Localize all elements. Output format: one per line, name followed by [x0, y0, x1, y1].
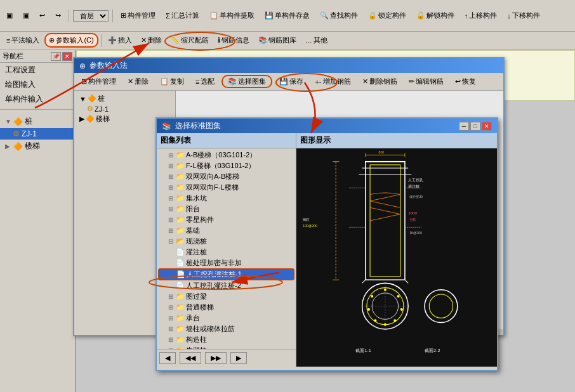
atlas-item-sump[interactable]: ⊞ 📁 集水坑: [158, 193, 294, 204]
nav-tree-pile[interactable]: ▼ 🔶 桩: [0, 115, 75, 128]
folder-open-icon: 📂: [176, 237, 185, 245]
move-up-btn[interactable]: ↑ 上移构件: [461, 9, 501, 22]
atlas-nav-prev-btn[interactable]: ◀: [159, 352, 176, 364]
rebar-lib-btn[interactable]: 📚 钢筋图库: [254, 34, 300, 47]
other-btn[interactable]: … 其他: [301, 34, 331, 47]
expand-icon: ⊞: [168, 293, 175, 300]
params-copy-btn[interactable]: 📋 复制: [155, 75, 188, 88]
svg-point-18: [400, 308, 403, 311]
atlas-item-bored-pile[interactable]: 📄 灌注桩: [158, 247, 294, 258]
svg-text:16@200: 16@200: [409, 231, 422, 235]
params-add-rebar-btn[interactable]: +- 增加钢筋: [310, 75, 355, 88]
sidebar-close-btn[interactable]: ✕: [62, 52, 72, 61]
nav-item-project-settings[interactable]: 工程设置: [0, 63, 75, 77]
quick-access-2[interactable]: ▣: [19, 10, 33, 22]
atlas-nav-first-btn[interactable]: ◀◀: [180, 352, 201, 364]
delete-btn[interactable]: ✕ 删除: [137, 34, 166, 47]
atlas-item-manual-pile-2[interactable]: 📄 人工挖孔灌注桩-2: [158, 280, 294, 291]
quick-access-1[interactable]: ▣: [3, 10, 17, 22]
atlas-close-btn[interactable]: ✕: [482, 122, 492, 131]
expand-icon: ⊞: [168, 173, 175, 180]
atlas-item-double-fl[interactable]: ⊞ 📁 双网双向F-L楼梯: [158, 182, 294, 193]
zj1-folder-icon: ⚙: [87, 105, 93, 113]
atlas-icon: 📚: [162, 122, 171, 131]
atlas-nav-last-btn[interactable]: ▶▶: [205, 352, 227, 364]
scale-btn[interactable]: 📏 缩尺配筋: [167, 34, 213, 47]
atlas-maximize-btn[interactable]: □: [470, 122, 480, 131]
redo-btn[interactable]: ↪: [51, 10, 65, 22]
toolbar-top: ▣ ▣ ↩ ↪ 首层 ⊞ 构件管理 Σ 汇总计算 📋 单构件提取 💾 单构件存盘…: [0, 0, 575, 32]
params-edit-rebar-btn[interactable]: ✏ 编辑钢筋: [404, 75, 448, 88]
nav-tree-zj1[interactable]: ⚙ ZJ-1: [0, 128, 75, 140]
svg-text:1000: 1000: [408, 211, 417, 215]
sum-calc-btn[interactable]: Σ 汇总计算: [162, 9, 203, 22]
move-down-btn[interactable]: ↓ 下移构件: [503, 9, 544, 22]
folder-icon: 📁: [176, 216, 185, 224]
stairs-folder-icon: 🔶: [86, 115, 95, 123]
extract-btn[interactable]: 📋 单构件提取: [206, 9, 258, 22]
lock-btn[interactable]: 🔒 锁定构件: [364, 9, 410, 22]
atlas-item-lintel[interactable]: ⊞ 📁 图过梁: [158, 291, 294, 302]
component-mgr-btn[interactable]: ⊞ 构件管理: [117, 9, 159, 22]
expand-stairs-icon: ▶: [5, 143, 11, 150]
atlas-item-balcony[interactable]: ⊞ 📁 阳台: [158, 204, 294, 214]
params-del-rebar-btn[interactable]: ✕ 删除钢筋: [358, 75, 402, 88]
nav-tree-stairs[interactable]: ▶ 🔶 楼梯: [0, 140, 75, 153]
atlas-item-manual-pile-1[interactable]: 📄 人工挖孔灌注桩-1: [158, 268, 294, 280]
doc-icon: 📄: [176, 282, 185, 290]
dialog-params-toolbar: ⊞ 构件管理 ✕ 册除 📋 复制 ≡ 选配 📚 选择图集 💾 保存 +- 增加钢…: [74, 73, 503, 91]
zj1-icon: ⚙: [13, 129, 20, 138]
doc-icon: 📄: [176, 248, 185, 256]
atlas-left-panel: 图集列表 ⊞ 📁 A-B楼梯（03G101-2） ⊞ 📁 F-L楼梯（03G10…: [157, 133, 296, 367]
params-delete-btn[interactable]: ✕ 册除: [123, 75, 153, 88]
atlas-nav-next-btn[interactable]: ▶: [230, 352, 247, 364]
rebar-info-btn[interactable]: ℹ 钢筋信息: [214, 34, 253, 47]
atlas-item-wall-tie[interactable]: ⊞ 📁 墙柱或砌体拉筋: [158, 323, 294, 334]
atlas-item-double-ab[interactable]: ⊞ 📁 双网双向A-B楼梯: [158, 171, 294, 182]
params-restore-btn[interactable]: ↩ 恢复: [451, 75, 480, 88]
expand-icon: ⊞: [168, 162, 175, 169]
svg-text:保护层30: 保护层30: [409, 195, 423, 199]
pingfa-btn[interactable]: ≡ 平法输入: [3, 34, 43, 47]
params-select-btn[interactable]: ≡ 选配: [191, 75, 219, 88]
svg-point-19: [393, 319, 396, 322]
params-save-btn[interactable]: 💾 保存: [275, 75, 308, 88]
atlas-item-structural-col[interactable]: ⊞ 📁 构造柱: [158, 334, 294, 345]
svg-text:100@200: 100@200: [303, 224, 317, 228]
atlas-item-foundation[interactable]: ⊞ 📁 墓础: [158, 225, 294, 236]
atlas-item-cap[interactable]: ⊞ 📁 承台: [158, 313, 294, 323]
nav-item-single-component[interactable]: 单构件输入: [0, 92, 75, 107]
divider-2: [112, 10, 113, 22]
atlas-minimize-btn[interactable]: ─: [459, 122, 469, 131]
atlas-item-pile-dense[interactable]: 📄 桩处理加密与非加: [158, 258, 294, 268]
atlas-preview-area: 人工挖孔 灌注桩 1000 钢筋 100@200 800: [296, 148, 497, 367]
sidebar-pin-btn[interactable]: 📌: [51, 52, 61, 61]
params-tree-zj1[interactable]: ⚙ ZJ-1: [77, 104, 173, 114]
toolbar-second: ≡ 平法输入 ⊕ 参数输入(C) ➕ 插入 ✕ 删除 📏 缩尺配筋 ℹ 钢筋信息…: [0, 32, 575, 49]
folder-icon: 📁: [176, 194, 185, 202]
divider-3: [101, 34, 102, 47]
floor-selector[interactable]: 首层: [73, 10, 109, 22]
folder-icon: 📁: [176, 303, 185, 311]
atlas-item-normal-stairs[interactable]: ⊞ 📁 普通楼梯: [158, 302, 294, 313]
atlas-win-controls: ─ □ ✕: [459, 122, 492, 131]
expand-icon: ⊞: [168, 206, 175, 212]
save-component-btn[interactable]: 💾 单构件存盘: [261, 9, 314, 22]
atlas-item-cast-pile[interactable]: ⊟ 📂 现浇桩: [158, 236, 294, 247]
atlas-item-ab[interactable]: ⊞ 📁 A-B楼梯（03G101-2）: [158, 150, 294, 160]
canshu-btn[interactable]: ⊕ 参数输入(C): [44, 33, 98, 48]
params-tree-pile[interactable]: ▼ 🔶 桩: [77, 93, 173, 104]
atlas-item-misc[interactable]: ⊞ 📁 零星构件: [158, 214, 294, 225]
insert-btn[interactable]: ➕ 插入: [104, 34, 136, 47]
find-component-btn[interactable]: 🔍 查找构件: [316, 9, 362, 22]
undo-btn[interactable]: ↩: [36, 10, 49, 22]
doc-icon: 📄: [176, 259, 185, 267]
nav-item-drawing[interactable]: 绘图输入: [0, 77, 75, 92]
svg-text:截面2-2: 截面2-2: [425, 348, 440, 353]
unlock-btn[interactable]: 🔓 解锁构件: [413, 9, 458, 22]
params-atlas-btn[interactable]: 📚 选择图集: [221, 75, 272, 88]
atlas-item-fl[interactable]: ⊞ 📁 F-L楼梯（03G101-2）: [158, 160, 294, 171]
svg-point-21: [374, 319, 376, 322]
params-mgr-btn[interactable]: ⊞ 构件管理: [77, 75, 121, 88]
atlas-right-panel: 图形显示: [296, 133, 497, 367]
